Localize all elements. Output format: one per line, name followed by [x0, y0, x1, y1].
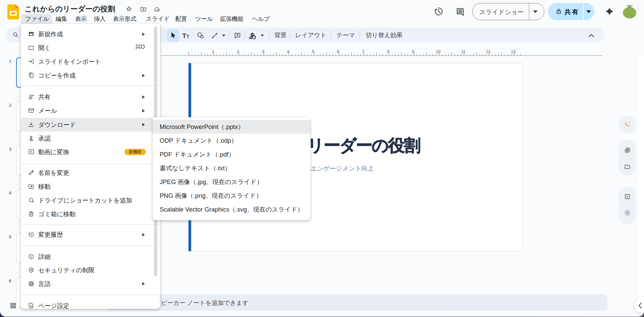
svg-text:3: 3 [262, 49, 264, 54]
svg-text:7: 7 [362, 49, 364, 54]
svg-text:2: 2 [237, 49, 239, 54]
svg-text:12: 12 [486, 49, 491, 54]
svg-text:13: 13 [511, 49, 516, 54]
svg-text:5: 5 [312, 49, 314, 54]
svg-text:11: 11 [461, 49, 466, 54]
svg-text:6: 6 [337, 49, 339, 54]
svg-text:9: 9 [412, 49, 414, 54]
svg-text:4: 4 [287, 49, 289, 54]
svg-text:1: 1 [212, 49, 214, 54]
svg-text:10: 10 [436, 49, 440, 54]
svg-text:8: 8 [387, 49, 389, 54]
